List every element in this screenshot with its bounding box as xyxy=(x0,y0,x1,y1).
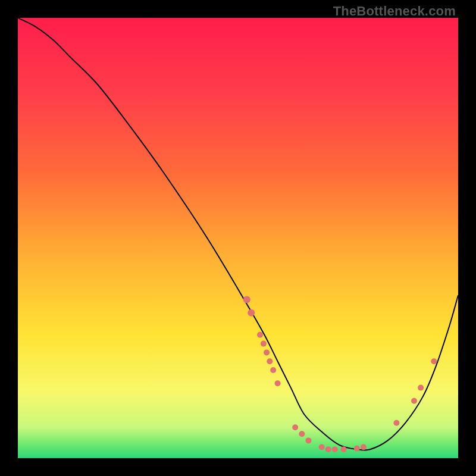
plot-area xyxy=(18,18,458,458)
watermark-text: TheBottleneck.com xyxy=(333,4,456,19)
bottleneck-chart xyxy=(18,18,458,458)
data-point xyxy=(267,358,273,364)
data-point xyxy=(305,437,311,443)
data-point xyxy=(393,420,399,426)
data-point xyxy=(411,398,417,404)
data-point xyxy=(270,367,276,373)
data-point xyxy=(361,444,367,450)
data-point xyxy=(261,341,267,347)
data-point xyxy=(257,332,263,338)
data-point xyxy=(325,446,331,452)
data-point xyxy=(264,349,270,355)
data-point xyxy=(319,444,325,450)
data-point xyxy=(275,380,281,386)
data-point xyxy=(354,446,360,452)
data-point xyxy=(341,446,347,452)
data-point xyxy=(418,385,424,391)
data-point xyxy=(248,309,255,317)
data-point xyxy=(431,358,437,364)
data-point xyxy=(292,424,298,430)
chart-frame: TheBottleneck.com xyxy=(0,0,476,476)
data-point xyxy=(332,446,338,452)
gradient-background xyxy=(18,18,458,458)
data-point xyxy=(243,296,250,303)
data-point xyxy=(299,431,305,437)
